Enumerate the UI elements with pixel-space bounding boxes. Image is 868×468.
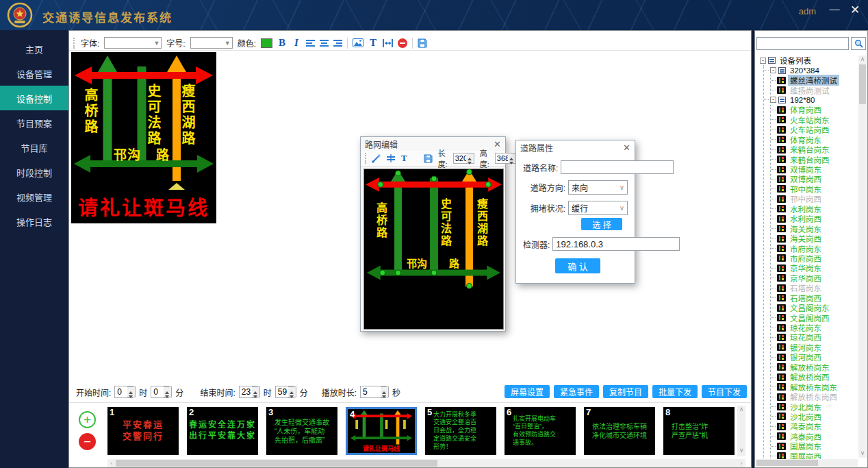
dialog-close-icon[interactable]: ✕	[623, 143, 630, 153]
tree-root-device-list[interactable]: -设备列表	[757, 56, 858, 65]
playlist-item-3[interactable]: 3发生轻微交通事故“人未伤，车能动先拍照，后撤离”	[266, 407, 337, 455]
device-item-解放桥东岗东[interactable]: 解放桥东岗东	[771, 382, 858, 391]
device-item-沙北岗西[interactable]: 沙北岗西	[771, 412, 858, 421]
toolbar-grip[interactable]	[365, 153, 366, 164]
playlist-item-6[interactable]: 6扎实开展电动车“百日整治”，有效预防道路交通事故。	[505, 407, 576, 455]
insert-image-button[interactable]	[353, 38, 363, 47]
tree-horizontal-scrollbar[interactable]	[756, 459, 858, 467]
end-minute-stepper[interactable]	[288, 386, 296, 397]
confirm-button[interactable]: 确 认	[555, 258, 600, 273]
scroll-left-icon[interactable]: ‹	[107, 459, 116, 467]
save-icon[interactable]	[418, 38, 427, 48]
scrollbar-thumb[interactable]	[859, 64, 866, 104]
align-left-button[interactable]	[306, 39, 315, 47]
font-size-select[interactable]: ▼	[190, 37, 233, 49]
device-item-体育岗东[interactable]: 体育岗东	[771, 135, 858, 145]
playlist-item-7[interactable]: 7依法治理非标车辆净化城市交通环境	[584, 407, 655, 455]
length-stepper[interactable]	[466, 153, 474, 164]
collapse-toggle[interactable]: -	[760, 58, 766, 64]
select-detector-button[interactable]: 选 择	[581, 218, 622, 230]
action-button-复制节目[interactable]: 复制节目	[603, 385, 648, 398]
sidebar-item-主页[interactable]: 主页	[0, 36, 68, 61]
device-item-文昌阁岗西[interactable]: 文昌阁岗西	[771, 312, 858, 322]
collapse-toggle[interactable]: -	[770, 67, 776, 73]
text-tool-button[interactable]: T	[368, 37, 378, 49]
sidebar-item-节目库[interactable]: 节目库	[0, 135, 68, 160]
save-icon[interactable]	[424, 154, 433, 163]
align-right-button[interactable]	[333, 39, 342, 47]
device-item-解放桥东岗西[interactable]: 解放桥东岗西	[771, 392, 858, 402]
device-item-维扬尚测试[interactable]: 维扬尚测试	[771, 85, 858, 95]
device-item-市府岗西[interactable]: 市府岗西	[771, 254, 858, 263]
device-item-市府岗东[interactable]: 市府岗东	[771, 243, 858, 253]
device-item-文昌阁岗东[interactable]: 文昌阁岗东	[771, 303, 858, 312]
color-swatch[interactable]	[261, 38, 272, 48]
device-item-鸿泰岗西[interactable]: 鸿泰岗西	[771, 432, 858, 441]
collapse-toggle[interactable]: -	[770, 97, 776, 103]
tree-vertical-scrollbar[interactable]: ∧ ∨	[858, 56, 867, 458]
duration-stepper[interactable]	[381, 386, 389, 397]
dialog-titlebar[interactable]: 道路属性 ✕	[516, 140, 635, 154]
dialog-close-icon[interactable]: ✕	[494, 139, 501, 149]
device-item-石塔岗东[interactable]: 石塔岗东	[771, 283, 858, 293]
playlist-item-8[interactable]: 8打击整治“炸严查严惩“机	[663, 407, 735, 455]
network-edit-canvas[interactable]: 高桥路 史可法路 瘦西湖路 邗沟 路	[363, 169, 504, 330]
align-center-button[interactable]	[320, 39, 329, 47]
device-item-京华岗东[interactable]: 京华岗东	[771, 263, 858, 273]
scroll-down-icon[interactable]: ∨	[737, 447, 745, 455]
device-item-琼花岗西[interactable]: 琼花岗西	[771, 332, 858, 342]
playlist-item-1[interactable]: 1平安春运交警同行	[107, 407, 179, 455]
scrollbar-thumb[interactable]	[116, 460, 437, 467]
playlist-item-4[interactable]: 4 请礼让斑马线	[346, 407, 417, 455]
device-item-琼花岗东[interactable]: 琼花岗东	[771, 323, 858, 332]
device-item-来鹤台岗西[interactable]: 来鹤台岗西	[771, 154, 858, 164]
scroll-up-icon[interactable]: ∧	[737, 406, 745, 414]
road-lanes-tool[interactable]	[386, 154, 396, 162]
sidebar-item-设备控制[interactable]: 设备控制	[0, 86, 68, 110]
sidebar-item-设备管理[interactable]: 设备管理	[0, 61, 68, 86]
device-item-银河岗东[interactable]: 银河岗东	[771, 343, 858, 352]
playlist-item-2[interactable]: 2春运安全连万家出行平安靠大家	[187, 407, 258, 455]
action-button-批量下发[interactable]: 批量下发	[652, 385, 698, 398]
device-item-国展岗东[interactable]: 国展岗东	[771, 441, 858, 451]
search-button[interactable]	[851, 37, 866, 50]
device-item-来鹤台岗东[interactable]: 来鹤台岗东	[771, 145, 858, 154]
device-item-双博岗西[interactable]: 双博岗西	[771, 174, 858, 184]
playlist-item-5[interactable]: 5大力开展秋冬季交通安全整治百日会战，全力稳定道路交通安全形势！	[425, 407, 496, 455]
device-item-国展岗西[interactable]: 国展岗西	[771, 452, 858, 460]
user-name[interactable]: adm	[799, 6, 816, 16]
device-item-双博岗东[interactable]: 双博岗东	[771, 164, 858, 174]
remove-program-button[interactable]: −	[79, 433, 96, 450]
start-minute-stepper[interactable]	[164, 386, 172, 397]
scroll-right-icon[interactable]: ›	[737, 459, 745, 467]
delete-button[interactable]	[398, 38, 407, 48]
draw-line-tool[interactable]	[372, 154, 381, 163]
italic-button[interactable]: I	[292, 37, 301, 49]
action-button-屏幕设置[interactable]: 屏幕设置	[505, 385, 550, 398]
sidebar-item-操作日志[interactable]: 操作日志	[0, 209, 68, 234]
device-item-水利岗西[interactable]: 水利岗西	[771, 214, 858, 223]
bold-button[interactable]: B	[277, 37, 287, 49]
device-item-京华岗西[interactable]: 京华岗西	[771, 273, 858, 283]
action-button-节目下发[interactable]: 节目下发	[702, 385, 747, 398]
device-item-邗中岗东[interactable]: 邗中岗东	[771, 184, 858, 194]
detector-input[interactable]	[552, 237, 680, 251]
sidebar-item-节目预案[interactable]: 节目预案	[0, 110, 68, 135]
text-tool-button[interactable]: T	[401, 153, 407, 164]
tree-group-192*80[interactable]: -192*80	[764, 95, 858, 105]
device-item-海关岗东[interactable]: 海关岗东	[771, 223, 858, 233]
device-item-水利岗东[interactable]: 水利岗东	[771, 204, 858, 214]
device-item-螺丝湾桥测试[interactable]: 螺丝湾桥测试	[771, 75, 858, 85]
fit-width-button[interactable]	[383, 39, 393, 47]
sidebar-item-时段控制[interactable]: 时段控制	[0, 160, 68, 184]
device-item-体育岗西[interactable]: 体育岗西	[771, 105, 858, 114]
device-item-石塔岗西[interactable]: 石塔岗西	[771, 293, 858, 303]
start-hour-stepper[interactable]	[127, 386, 136, 397]
device-item-解放桥岗西[interactable]: 解放桥岗西	[771, 372, 858, 382]
action-button-紧急事件[interactable]: 紧急事件	[554, 385, 599, 398]
congestion-select[interactable]: 缓行 ∨	[568, 201, 628, 215]
road-name-input[interactable]	[561, 160, 674, 174]
sidebar-item-视频管理[interactable]: 视频管理	[0, 184, 68, 209]
end-hour-stepper[interactable]	[252, 386, 260, 397]
scrollbar-thumb[interactable]	[756, 460, 818, 466]
